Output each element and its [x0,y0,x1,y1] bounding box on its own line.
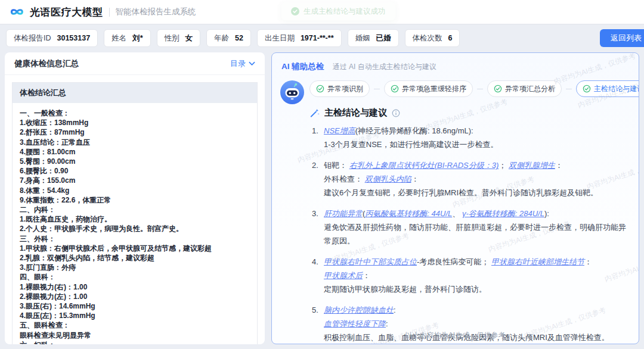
step-connector [477,89,483,89]
patient-field-value: 52 [235,34,243,42]
conclusion-section-title: 主检结论与建议 [309,107,630,119]
patient-field-label: 姓名 [112,33,126,43]
patient-field-label: 体检次数 [413,33,442,43]
patient-field: 婚姻已婚 [348,29,399,47]
patient-field-value: 女 [185,33,193,43]
conclusion-lines: 一、一般检查：1.收缩压：138mmHg2.舒张压：87mmHg3.血压结论：正… [13,103,257,344]
patient-field: 体检报告ID30153137 [6,29,98,47]
conclusion-text: (神经元特异烯醇化酶: 18.6ng/mL): [355,126,473,135]
finding-link[interactable]: 脑内少许腔隙缺血灶 [324,306,394,314]
finding-link[interactable]: γ-谷氨酰转移酶: 284U/L [462,209,544,218]
conclusion-text: ： [584,257,592,266]
patient-fields: 体检报告ID30153137姓名刘*性别女年龄52出生日期1971-**-**婚… [6,29,466,47]
app-title: 光语医疗大模型 [30,5,103,19]
title-divider [109,8,110,17]
conclusion-item-lines: NSE增高(神经元特异烯醇化酶: 18.6ng/mL):1-3个月复查NSE，如… [324,124,630,151]
conclusion-text: ： [411,174,419,183]
summary-line: 4.腰围：81.00cm [20,147,250,157]
summary-line: 2.个人史：甲状腺手术史，病理为良性。剖宫产史。 [20,224,250,233]
patient-field-value: 6 [448,34,453,42]
summary-line: 1.既往高血压史，药物治疗。 [20,214,250,224]
step-pill-3[interactable]: 异常项汇总分析 [487,80,562,97]
left-panel-body[interactable]: 体检结论汇总 一、一般检查：1.收缩压：138mmHg2.舒张压：87mmHg3… [5,75,265,344]
patient-field-value: 1971-**-** [301,34,334,42]
conclusion-line: 甲状腺右叶中下部实质占位-考虑良性病变可能； 甲状腺右叶近峡部增生结节： [324,255,630,269]
finding-link[interactable]: 丙氨酸氨基转移酶: 44U/L [365,209,452,218]
step-check-icon [583,85,591,93]
conclusion-item-number: 2. [312,158,324,200]
summary-line: 3.肛门直肠：外痔 [20,263,250,272]
app-window: 光语医疗大模型 智能体检报告生成系统 生成主检结论与建议成功 体检报告ID301… [0,0,644,349]
step-pill-1[interactable]: 异常项识别 [309,80,370,97]
conclusion-line: 定期随访甲状腺功能及彩超，普外科门诊随访。 [324,282,630,296]
conclusion-line: 肝功能异常(丙氨酸氨基转移酶: 44U/L、 γ-谷氨酰转移酶: 284U/L)… [324,207,630,220]
conclusion-line: 脑内少许腔隙缺血灶: [324,303,630,317]
conclusion-line: 外科检查： 双侧乳头内陷： [324,172,630,186]
conclusion-text: ； [499,161,509,170]
step-pill-2[interactable]: 异常项急重缓轻排序 [384,80,473,97]
conclusion-item-lines: 肝功能异常(丙氨酸氨基转移酶: 44U/L、 γ-谷氨酰转移酶: 284U/L)… [324,207,630,248]
conclusion-item: 2.钼靶： 右乳外上象限点状钙化灶(BI-RADS分级：3)； 双侧乳腺增生：外… [312,158,630,200]
conclusion-text: 外科检查： [324,174,365,183]
finding-link[interactable]: 甲状腺术后 [324,271,363,280]
conclusion-text: 建议6个月复查钼靶，必要时行乳腺MRI检查。普外科门诊随访乳腺彩超及钼靶。 [324,188,598,197]
ai-panel-title: AI 辅助总检 [281,62,324,71]
finding-link[interactable]: 血管弹性轻度下降 [324,319,386,328]
summary-line: 三、外科： [20,234,250,244]
conclusion-text: 1-3个月复查NSE，如进行性增高建议进一步检查。 [324,140,499,149]
main-area: 健康体检信息汇总 目录 体检结论汇总 一、一般检查：1.收缩压：138mmHg2… [5,52,639,344]
patient-field: 出生日期1971-**-** [257,29,342,47]
app-subtitle: 智能体检报告生成系统 [116,7,196,17]
conclusion-text: ： [363,271,370,280]
chevron-down-icon [249,61,255,66]
patient-info-bar: 体检报告ID30153137姓名刘*性别女年龄52出生日期1971-**-**婚… [0,24,644,52]
summary-line: 3.眼压(右)：14.6mmHg [20,301,250,311]
summary-line: 1.甲状腺：右侧甲状腺术后，余甲状腺可及结节感，建议彩超 [20,244,250,253]
step-check-icon [316,85,324,93]
infinity-logo-icon [8,6,25,18]
patient-field: 体检次数6 [405,29,460,47]
patient-field-label: 年龄 [214,33,229,43]
success-toast: 生成主检结论与建议成功 [281,2,395,20]
info-icon[interactable] [392,109,400,117]
summary-line: 2.舒张压：87mmHg [20,127,250,137]
ai-panel-subtitle: 通过 AI 自动生成主检结论与建议 [333,63,436,71]
finding-link[interactable]: 肝功能异常 [324,209,363,218]
finding-link[interactable]: 右乳外上象限点状钙化灶(BI-RADS分级：3) [349,161,499,170]
conclusion-text: : [394,306,396,314]
conclusion-item: 4.甲状腺右叶中下部实质占位-考虑良性病变可能； 甲状腺右叶近峡部增生结节：甲状… [312,255,630,296]
left-panel-header: 健康体检信息汇总 目录 [5,52,265,75]
summary-line: 3.血压结论：正常血压 [20,138,250,147]
finding-link[interactable]: 甲状腺右叶近峡部增生结节 [491,257,584,266]
conclusion-line: 甲状腺术后： [324,269,630,282]
summary-line: 4.眼压(左)：15.3mmHg [20,311,250,320]
toc-dropdown[interactable]: 目录 [230,58,255,69]
ai-content: 异常项识别异常项急重缓轻排序异常项汇总分析主检结论与建议 主检结论与建议 [309,80,630,344]
left-panel-title: 健康体检信息汇总 [14,58,79,69]
summary-line: 一、一般检查： [20,108,250,118]
summary-line: 2.乳腺：双侧乳头内陷，结节感，建议彩超 [20,253,250,263]
conclusion-item: 3.肝功能异常(丙氨酸氨基转移酶: 44U/L、 γ-谷氨酰转移酶: 284U/… [312,207,630,248]
step-label: 主检结论与建议 [594,84,639,94]
conclusion-text: : [386,319,388,328]
summary-line: 8.体重：54.4kg [20,186,250,195]
finding-link[interactable]: 双侧乳头内陷 [365,174,411,183]
step-pill-4[interactable]: 主检结论与建议 [576,80,639,97]
patient-field-value: 刘* [132,33,143,43]
finding-link[interactable]: NSE增高 [324,126,355,135]
toast-check-icon [291,7,299,15]
summary-line: 1.收缩压：138mmHg [20,118,250,127]
step-connector [566,89,572,89]
summary-line: 2.裸眼视力(左)：1.00 [20,292,250,301]
summary-line: 9.体重指数：22.6，体重正常 [20,195,250,205]
conclusion-title-text: 主检结论与建议 [324,107,387,119]
back-to-list-button[interactable]: 返回列表 [600,29,644,47]
finding-link[interactable]: 双侧乳腺增生 [509,161,555,170]
conclusion-text: 、 [452,209,462,218]
ai-panel-body: 异常项识别异常项急重缓轻排序异常项汇总分析主检结论与建议 主检结论与建议 [272,76,639,344]
finding-link[interactable]: 甲状腺右叶中下部实质占位 [324,257,417,266]
conclusion-item-lines: 甲状腺右叶中下部实质占位-考虑良性病变可能； 甲状腺右叶近峡部增生结节：甲状腺术… [324,255,630,296]
conclusion-text: 避免饮酒及肝损性药物，随访肝功能、肝脏胆道彩超，必要时进一步检查，明确肝功能异常… [324,223,626,245]
magic-wand-icon [309,108,320,118]
step-check-icon [494,85,502,93]
